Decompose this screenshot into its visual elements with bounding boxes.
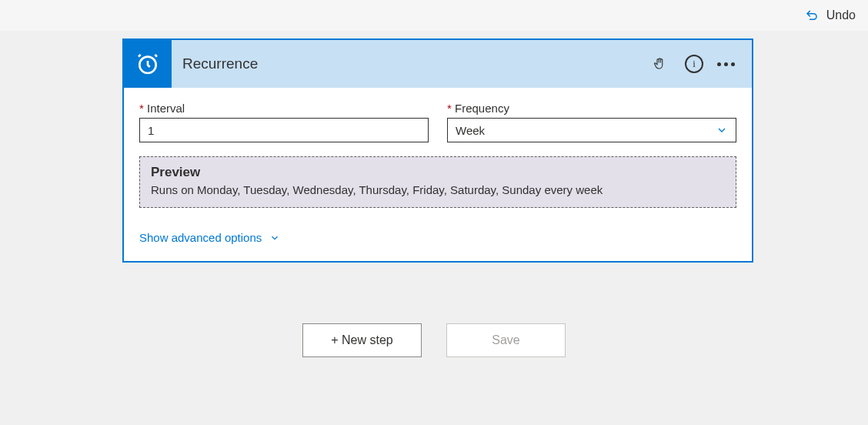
preview-title: Preview: [151, 165, 725, 180]
save-button[interactable]: Save: [446, 323, 566, 357]
required-marker: *: [447, 102, 452, 115]
card-title: Recurrence: [182, 55, 653, 72]
interval-label: * Interval: [139, 102, 429, 115]
info-icon[interactable]: i: [685, 55, 703, 73]
cursor-hand-icon: [653, 56, 666, 72]
advanced-label: Show advanced options: [139, 231, 262, 244]
chevron-down-icon: [269, 233, 280, 243]
undo-icon: [805, 8, 819, 22]
interval-input[interactable]: [139, 118, 429, 142]
frequency-label: * Frequency: [447, 102, 736, 115]
frequency-value: Week: [456, 124, 716, 137]
frequency-field-group: * Frequency Week: [447, 102, 736, 142]
preview-text: Runs on Monday, Tuesday, Wednesday, Thur…: [151, 183, 725, 196]
header-actions: i: [653, 55, 735, 73]
chevron-down-icon: [716, 124, 728, 136]
new-step-button[interactable]: + New step: [302, 323, 422, 357]
undo-button[interactable]: Undo: [805, 8, 856, 22]
required-marker: *: [139, 102, 144, 115]
undo-label: Undo: [826, 8, 856, 22]
more-menu-button[interactable]: [717, 62, 735, 66]
recurrence-card: Recurrence i * Interval: [122, 38, 753, 263]
card-header[interactable]: Recurrence i: [124, 40, 752, 88]
show-advanced-options-link[interactable]: Show advanced options: [139, 231, 736, 244]
interval-field-group: * Interval: [139, 102, 429, 142]
recurrence-clock-icon: [124, 40, 172, 88]
frequency-select[interactable]: Week: [447, 118, 736, 142]
bottom-buttons: + New step Save: [0, 323, 868, 357]
card-body: * Interval * Frequency Week: [124, 88, 752, 261]
top-bar: Undo: [0, 0, 868, 31]
preview-box: Preview Runs on Monday, Tuesday, Wednesd…: [139, 156, 736, 208]
